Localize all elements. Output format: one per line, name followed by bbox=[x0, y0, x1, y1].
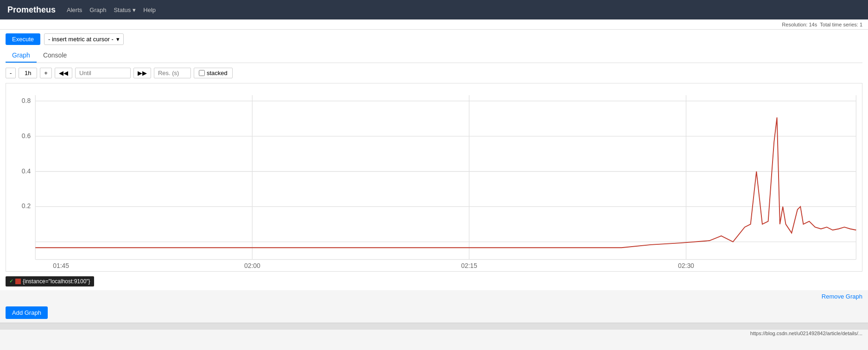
zoom-in-button[interactable]: + bbox=[40, 68, 52, 78]
stacked-text: stacked bbox=[207, 70, 228, 76]
nav-links: Alerts Graph Status ▾ Help bbox=[67, 6, 156, 13]
total-series-info: Total time series: 1 bbox=[820, 22, 862, 27]
nav-status-caret: ▾ bbox=[133, 6, 136, 13]
svg-text:02:15: 02:15 bbox=[461, 262, 477, 269]
chart-line bbox=[35, 117, 856, 248]
resolution-info: Resolution: 14s bbox=[782, 22, 817, 27]
tab-console[interactable]: Console bbox=[37, 49, 73, 63]
remove-graph-link[interactable]: Remove Graph bbox=[822, 293, 862, 300]
status-url: https://blog.csdn.net/u021492842/article… bbox=[750, 331, 862, 336]
app-brand: Prometheus bbox=[7, 5, 56, 15]
tab-graph[interactable]: Graph bbox=[6, 49, 37, 63]
add-graph-button[interactable]: Add Graph bbox=[6, 306, 48, 319]
legend-color-swatch bbox=[15, 279, 21, 284]
stacked-checkbox[interactable] bbox=[199, 70, 205, 76]
svg-text:0.2: 0.2 bbox=[22, 202, 31, 210]
svg-text:02:00: 02:00 bbox=[244, 262, 260, 269]
main-content: Execute - insert metric at cursor - ▾ Gr… bbox=[0, 30, 868, 290]
nav-status-dropdown[interactable]: Status ▾ bbox=[114, 6, 136, 13]
execute-row: Execute - insert metric at cursor - ▾ bbox=[6, 33, 862, 45]
tabs-container: Graph Console bbox=[6, 49, 862, 63]
add-graph-row: Add Graph bbox=[0, 303, 868, 323]
navbar: Prometheus Alerts Graph Status ▾ Help bbox=[0, 0, 868, 19]
svg-text:0.8: 0.8 bbox=[22, 97, 31, 104]
nav-graph[interactable]: Graph bbox=[89, 6, 106, 13]
execute-button[interactable]: Execute bbox=[6, 33, 40, 45]
until-input[interactable] bbox=[75, 68, 131, 78]
svg-text:0.4: 0.4 bbox=[22, 167, 31, 175]
zoom-out-button[interactable]: - bbox=[6, 68, 16, 78]
legend-label: {instance="localhost:9100"} bbox=[23, 278, 90, 285]
controls-row: - + ◀◀ ▶▶ stacked bbox=[6, 68, 862, 78]
status-bar: https://blog.csdn.net/u021492842/article… bbox=[0, 329, 868, 337]
time-back-button[interactable]: ◀◀ bbox=[55, 68, 72, 78]
metric-caret-icon: ▾ bbox=[116, 36, 120, 43]
stacked-label[interactable]: stacked bbox=[194, 68, 233, 78]
nav-status-label: Status bbox=[114, 6, 131, 13]
range-input[interactable] bbox=[19, 68, 37, 78]
svg-text:02:30: 02:30 bbox=[678, 262, 694, 269]
svg-text:0.6: 0.6 bbox=[22, 132, 31, 140]
svg-text:01:45: 01:45 bbox=[53, 262, 69, 269]
bottom-actions: Remove Graph bbox=[0, 290, 868, 303]
legend-check-icon: ✓ bbox=[9, 278, 13, 284]
time-forward-button[interactable]: ▶▶ bbox=[133, 68, 151, 78]
legend-item[interactable]: ✓ {instance="localhost:9100"} bbox=[6, 276, 94, 286]
metric-placeholder-text: - insert metric at cursor - bbox=[48, 36, 114, 43]
top-info-bar: Resolution: 14s Total time series: 1 bbox=[0, 19, 868, 30]
horizontal-scrollbar[interactable] bbox=[0, 323, 868, 329]
resolution-input[interactable] bbox=[154, 68, 191, 78]
nav-help[interactable]: Help bbox=[143, 6, 156, 13]
chart-svg: 0.8 0.6 0.4 0.2 01:45 02:00 02:15 02:30 bbox=[6, 83, 862, 271]
metric-selector[interactable]: - insert metric at cursor - ▾ bbox=[44, 33, 124, 45]
nav-alerts[interactable]: Alerts bbox=[67, 6, 82, 13]
chart-container: 0.8 0.6 0.4 0.2 01:45 02:00 02:15 02:30 bbox=[6, 83, 862, 272]
